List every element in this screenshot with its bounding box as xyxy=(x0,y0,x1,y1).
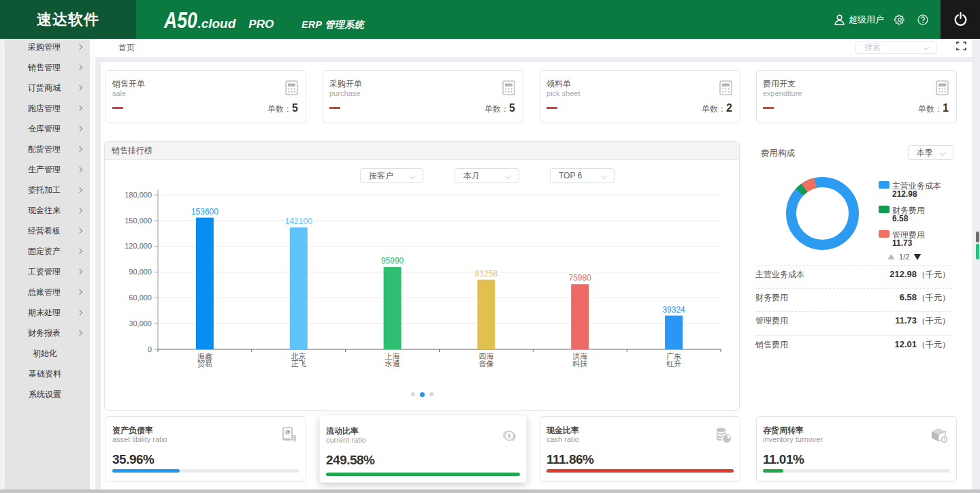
svg-text:180,000: 180,000 xyxy=(125,191,152,199)
svg-text:正飞: 正飞 xyxy=(291,360,306,368)
svg-text:120,000: 120,000 xyxy=(125,242,152,250)
svg-text:音像: 音像 xyxy=(478,360,493,368)
svg-text:30,000: 30,000 xyxy=(129,319,152,328)
svg-text:75980: 75980 xyxy=(569,273,592,283)
svg-text:0: 0 xyxy=(148,345,152,353)
svg-text:95990: 95990 xyxy=(381,256,404,266)
svg-text:142100: 142100 xyxy=(285,217,312,226)
svg-text:39324: 39324 xyxy=(662,305,685,315)
svg-text:150,000: 150,000 xyxy=(125,217,152,225)
svg-text:贸易: 贸易 xyxy=(197,360,212,368)
svg-text:153600: 153600 xyxy=(191,207,218,217)
svg-text:水通: 水通 xyxy=(385,360,400,368)
svg-text:60,000: 60,000 xyxy=(129,293,152,302)
svg-text:科技: 科技 xyxy=(572,360,587,368)
svg-text:红升: 红升 xyxy=(666,360,681,368)
svg-text:81258: 81258 xyxy=(475,269,498,279)
svg-text:90,000: 90,000 xyxy=(129,268,152,276)
